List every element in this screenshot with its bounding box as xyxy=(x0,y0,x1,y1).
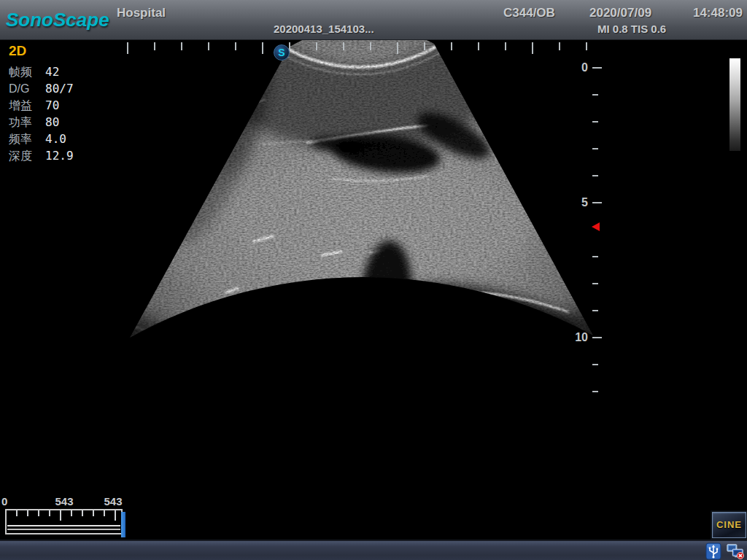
focus-position-marker xyxy=(592,222,600,231)
ultrasound-fan-image xyxy=(0,40,747,540)
param-row-frame-rate: 帧频 42 xyxy=(9,63,74,80)
grayscale-bar xyxy=(729,58,740,151)
system-time: 14:48:09 xyxy=(693,6,743,20)
exam-id: 20200413_154103... xyxy=(274,23,374,35)
param-label: 频率 xyxy=(9,131,45,147)
param-label: D/G xyxy=(9,80,45,97)
sonoscape-logo: SonoScape xyxy=(6,9,109,31)
ultrasound-screen: SonoScape Hospital 20200413_154103... C3… xyxy=(0,0,747,560)
mi-tis-indices: MI 0.8 TIS 0.6 xyxy=(597,23,666,35)
param-row-gain: 增益 70 xyxy=(9,97,74,114)
taskbar xyxy=(0,540,747,560)
depth-label-0: 0 xyxy=(562,61,588,74)
image-area: 0 5 10 S 2D 帧频 42 D/G 80/7 增益 70 功率 80 xyxy=(0,40,747,540)
param-row-frequency: 频率 4.0 xyxy=(9,131,74,147)
depth-label-10: 10 xyxy=(562,331,588,344)
param-value: 80/7 xyxy=(45,80,74,97)
image-params-panel: 2D 帧频 42 D/G 80/7 增益 70 功率 80 频率 4.0 xyxy=(9,42,74,164)
param-row-dg: D/G 80/7 xyxy=(9,80,74,97)
cine-progress-line xyxy=(7,529,120,530)
network-disconnected-icon[interactable] xyxy=(727,542,744,560)
param-label: 深度 xyxy=(9,147,45,164)
cine-total-frames: 543 xyxy=(98,495,128,508)
depth-label-5: 5 xyxy=(562,196,588,209)
cine-start-frame: 0 xyxy=(1,495,7,508)
mode-label: 2D xyxy=(9,42,74,60)
param-value: 70 xyxy=(45,97,59,114)
cine-progress-line xyxy=(7,525,120,526)
param-value: 12.9 xyxy=(45,147,74,164)
cine-button[interactable]: CINE xyxy=(712,512,746,538)
param-label: 帧频 xyxy=(9,63,45,80)
param-row-depth: 深度 12.9 xyxy=(9,147,74,164)
param-label: 功率 xyxy=(9,114,45,131)
param-value: 4.0 xyxy=(45,131,66,147)
cine-current-frame: 543 xyxy=(50,495,79,508)
param-label: 增益 xyxy=(9,97,45,114)
system-date: 2020/07/09 xyxy=(589,6,651,20)
cine-position-indicator[interactable] xyxy=(121,512,125,537)
param-value: 80 xyxy=(45,114,59,131)
hospital-label: Hospital xyxy=(117,6,166,20)
orientation-marker: S xyxy=(274,44,290,61)
top-bar: SonoScape Hospital 20200413_154103... C3… xyxy=(0,0,747,40)
usb-icon[interactable] xyxy=(705,542,722,560)
param-value: 42 xyxy=(45,63,59,80)
probe-mode-label: C344/OB xyxy=(503,6,555,20)
cine-scrollbar-track[interactable] xyxy=(5,509,123,534)
param-row-power: 功率 80 xyxy=(9,114,74,131)
